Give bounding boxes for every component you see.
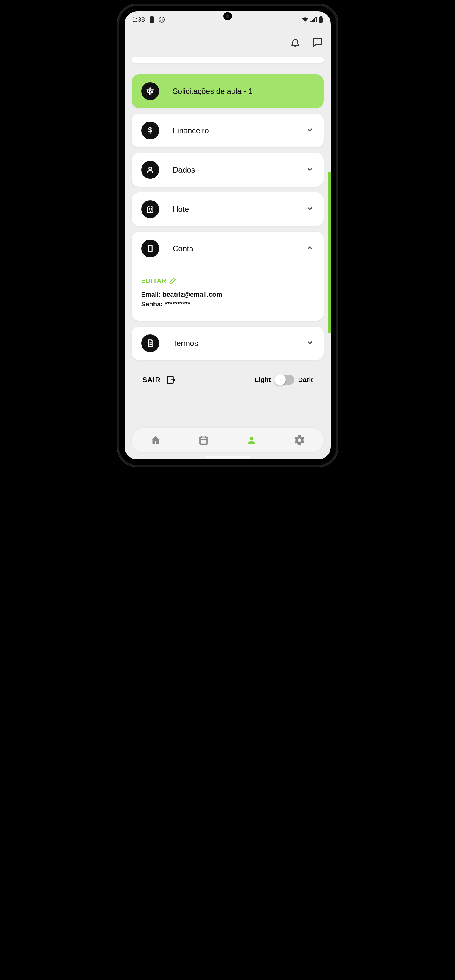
menu-item-terms[interactable]: Termos — [132, 326, 324, 360]
logout-button[interactable]: SAIR — [142, 375, 176, 385]
svg-point-6 — [149, 167, 151, 170]
chevron-up-icon — [306, 244, 314, 253]
scroll-indicator — [328, 172, 331, 333]
person-icon — [146, 165, 154, 174]
gear-icon — [294, 435, 305, 445]
svg-point-0 — [159, 17, 164, 22]
person-fill-icon — [246, 435, 257, 445]
menu-label: Conta — [173, 244, 306, 253]
chevron-down-icon — [306, 165, 314, 175]
svg-rect-3 — [319, 17, 323, 23]
edit-account-button[interactable]: EDITAR — [141, 277, 314, 285]
edit-icon — [169, 277, 177, 285]
app-bar — [124, 28, 331, 57]
dollar-icon — [146, 126, 154, 135]
menu-label: Termos — [173, 339, 306, 348]
svg-point-5 — [149, 87, 151, 89]
svg-rect-11 — [150, 211, 151, 212]
document-icon — [146, 339, 154, 348]
menu-item-account[interactable]: Conta — [132, 232, 324, 265]
theme-light-label: Light — [255, 376, 271, 384]
menu-label: Financeiro — [173, 126, 306, 135]
bottom-nav — [132, 428, 324, 452]
svg-rect-9 — [149, 210, 150, 210]
account-email-row: Email: beatriz@email.com — [141, 291, 314, 299]
nav-profile[interactable] — [246, 435, 257, 445]
phone-icon — [146, 244, 154, 253]
wifi-icon — [302, 17, 309, 23]
nav-settings[interactable] — [294, 435, 305, 445]
svg-point-15 — [250, 436, 253, 440]
svg-rect-7 — [149, 208, 150, 209]
weightlift-icon — [145, 86, 155, 96]
chevron-down-icon — [306, 126, 314, 135]
menu-item-financial[interactable]: Financeiro — [132, 114, 324, 147]
chat-icon — [312, 37, 323, 48]
chevron-down-icon — [306, 339, 314, 348]
logout-label: SAIR — [142, 376, 161, 384]
signal-icon — [310, 17, 317, 23]
notifications-button[interactable] — [290, 37, 301, 48]
face-icon — [159, 16, 165, 23]
sd-card-icon — [149, 16, 154, 23]
svg-rect-4 — [320, 16, 322, 17]
svg-rect-10 — [151, 210, 151, 210]
svg-point-1 — [161, 19, 162, 20]
home-icon — [150, 435, 161, 445]
menu-item-account-group: Conta EDITAR Email: beatriz@email.com — [132, 232, 324, 321]
menu-label: Dados — [173, 165, 306, 175]
menu-item-data[interactable]: Dados — [132, 153, 324, 186]
calendar-icon — [198, 435, 209, 445]
theme-switch[interactable] — [275, 375, 294, 385]
svg-rect-14 — [200, 437, 207, 444]
profile-card-peek — [132, 57, 324, 63]
edit-label: EDITAR — [141, 277, 167, 285]
svg-rect-8 — [151, 208, 151, 209]
bell-icon — [290, 37, 301, 48]
chevron-down-icon — [306, 204, 314, 214]
building-icon — [146, 205, 154, 214]
logout-icon — [166, 375, 176, 385]
menu-item-hotel[interactable]: Hotel — [132, 192, 324, 226]
menu-item-requests[interactable]: Solicitações de aula - 1 — [132, 75, 324, 108]
content-scroll[interactable]: Solicitações de aula - 1 Financeiro Dado… — [124, 57, 331, 428]
svg-point-2 — [162, 19, 163, 20]
home-indicator — [205, 456, 250, 458]
theme-dark-label: Dark — [298, 376, 313, 384]
menu-label: Solicitações de aula - 1 — [173, 87, 314, 96]
nav-calendar[interactable] — [198, 435, 209, 445]
chat-button[interactable] — [312, 37, 323, 48]
battery-icon — [319, 16, 323, 23]
account-password-row: Senha: ********** — [141, 300, 314, 308]
status-time: 1:38 — [132, 16, 145, 24]
nav-home[interactable] — [150, 435, 161, 445]
menu-label: Hotel — [173, 205, 306, 214]
